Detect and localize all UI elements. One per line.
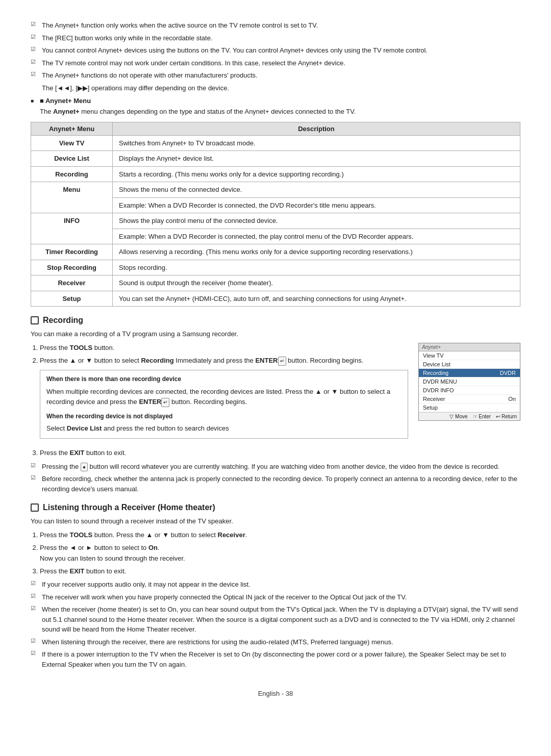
listening-note-icon: ☑ xyxy=(31,580,39,587)
osd-move: ▽ Move xyxy=(449,414,467,419)
osd-item-label: Recording xyxy=(423,370,448,376)
recording-section: Recording You can make a recording of a … xyxy=(31,316,520,494)
table-row: Timer RecordingAllows reserving a record… xyxy=(31,244,520,260)
listening-note-text: If there is a power interruption to the … xyxy=(42,649,520,669)
osd-row-item: ReceiverOn xyxy=(419,395,520,404)
listening-note-text: When the receiver (home theater) is set … xyxy=(42,604,520,635)
table-row: MenuShows the menu of the connected devi… xyxy=(31,182,520,198)
menu-cell: Receiver xyxy=(31,275,113,291)
recording-note-2: ☑ Before recording, check whether the an… xyxy=(31,474,520,494)
note-text-1: The Anynet+ function only works when the… xyxy=(42,20,520,31)
anynet-intro: The Anynet+ menu changes depending on th… xyxy=(40,107,520,117)
osd-footer: ▽ Move ☞ Enter ↩ Return xyxy=(419,412,520,420)
note-icon-4: ☑ xyxy=(31,59,39,65)
osd-row-item: View TV xyxy=(419,351,520,360)
recording-note-text-1: Pressing the ● button will record whatev… xyxy=(42,462,520,472)
osd-brand: Anynet+ xyxy=(419,343,520,351)
recording-subsection-1: When there is more than one recording de… xyxy=(40,370,408,439)
menu-cell: Device List xyxy=(31,151,113,167)
menu-cell: Stop Recording xyxy=(31,260,113,275)
listening-note-text: The receiver will work when you have pro… xyxy=(42,592,520,602)
menu-cell: INFO xyxy=(31,213,113,244)
recording-steps: Press the TOOLS button. Press the ▲ or ▼… xyxy=(40,343,408,439)
subsection-2-body: Select Device List and press the red but… xyxy=(46,423,402,434)
listening-note-icon: ☑ xyxy=(31,593,39,599)
recording-heading: Recording xyxy=(31,316,520,325)
listening-note-5: ☑If there is a power interruption to the… xyxy=(31,649,520,669)
note-text-2: The [REC] button works only while in the… xyxy=(42,33,520,43)
osd-row-item: Device List xyxy=(419,360,520,369)
anynet-section-header: ■ ■ Anynet+ Menu xyxy=(31,97,520,105)
note-text-3: You cannot control Anynet+ devices using… xyxy=(42,45,520,56)
recording-note-icon-2: ☑ xyxy=(31,474,39,481)
listening-note-4: ☑When listening through the receiver, th… xyxy=(31,637,520,647)
checkbox-recording-icon xyxy=(31,316,39,324)
listening-note-icon: ☑ xyxy=(31,650,39,657)
osd-item-label: DVDR INFO xyxy=(423,387,454,393)
anynet-table: Anynet+ Menu Description View TVSwitches… xyxy=(31,122,520,307)
footer-label: English - 38 xyxy=(258,690,293,697)
recording-title: Recording xyxy=(43,316,83,325)
notes-section: ☑ The Anynet+ function only works when t… xyxy=(31,20,520,93)
listening-section: Listening through a Receiver (Home theat… xyxy=(31,503,520,669)
note-icon-3: ☑ xyxy=(31,46,39,53)
osd-item-value: DVDR xyxy=(500,370,516,376)
desc-cell: Shows the menu of the connected device. xyxy=(113,182,520,198)
listening-note-text: If your receiver supports audio only, it… xyxy=(42,579,520,590)
table-row: Device ListDisplays the Anynet+ device l… xyxy=(31,151,520,167)
listening-heading: Listening through a Receiver (Home theat… xyxy=(31,503,520,512)
osd-return: ↩ Return xyxy=(496,414,517,419)
recording-layout: Press the TOOLS button. Press the ▲ or ▼… xyxy=(31,343,520,443)
recording-note-icon-1: ☑ xyxy=(31,462,39,469)
note-5: ☑ The Anynet+ functions do not operate w… xyxy=(31,70,520,81)
note-4: ☑ The TV remote control may not work und… xyxy=(31,58,520,68)
checkbox-listening-icon xyxy=(31,503,39,512)
note-6: ☑ The [◄◄], [▶▶] operations may differ d… xyxy=(31,83,520,93)
anynet-section-label: ■ Anynet+ Menu xyxy=(40,97,91,105)
note-1: ☑ The Anynet+ function only works when t… xyxy=(31,20,520,31)
listening-note-2: ☑The receiver will work when you have pr… xyxy=(31,592,520,602)
note-3: ☑ You cannot control Anynet+ devices usi… xyxy=(31,45,520,56)
listening-step-3: Press the EXIT button to exit. xyxy=(40,566,520,577)
listening-note-icon: ☑ xyxy=(31,638,39,644)
note-text-6: The [◄◄], [▶▶] operations may differ dep… xyxy=(42,83,520,93)
note-icon-1: ☑ xyxy=(31,21,39,28)
anynet-menu-section: ■ ■ Anynet+ Menu The Anynet+ menu change… xyxy=(31,97,520,307)
recording-left: Press the TOOLS button. Press the ▲ or ▼… xyxy=(31,343,408,443)
osd-enter: ☞ Enter xyxy=(473,414,491,419)
desc-cell: Example: When a DVD Recorder is connecte… xyxy=(113,197,520,213)
table-row: ReceiverSound is output through the rece… xyxy=(31,275,520,291)
page-footer: English - 38 xyxy=(31,690,520,697)
note-text-5: The Anynet+ functions do not operate wit… xyxy=(42,70,520,81)
menu-cell: Setup xyxy=(31,291,113,307)
listening-note-text: When listening through the receiver, the… xyxy=(42,637,520,647)
menu-cell: Timer Recording xyxy=(31,244,113,260)
recording-step3-list: Press the EXIT button to exit. xyxy=(40,448,520,459)
osd-item-label: Setup xyxy=(423,405,438,411)
osd-item-label: View TV xyxy=(423,352,444,359)
menu-cell: Menu xyxy=(31,182,113,213)
osd-row-item: DVDR MENU xyxy=(419,377,520,386)
desc-cell: You can set the Anynet+ (HDMI-CEC), auto… xyxy=(113,291,520,307)
desc-cell: Sound is output through the receiver (ho… xyxy=(113,275,520,291)
note-icon-5: ☑ xyxy=(31,71,39,78)
recording-intro: You can make a recording of a TV program… xyxy=(31,329,520,340)
subsection-1-title: When there is more than one recording de… xyxy=(46,374,402,384)
desc-cell: Allows reserving a recording. (This menu… xyxy=(113,244,520,260)
table-row: View TVSwitches from Anynet+ to TV broad… xyxy=(31,135,520,151)
recording-step-2: Press the ▲ or ▼ button to select Record… xyxy=(40,356,408,439)
desc-cell: Shows the play control menu of the conne… xyxy=(113,213,520,229)
osd-item-value: On xyxy=(508,396,516,402)
listening-title: Listening through a Receiver (Home theat… xyxy=(43,503,215,512)
table-header-desc: Description xyxy=(113,122,520,135)
osd-items: View TVDevice ListRecordingDVDRDVDR MENU… xyxy=(419,351,520,412)
table-row: Stop RecordingStops recording. xyxy=(31,260,520,275)
recording-step-1: Press the TOOLS button. xyxy=(40,343,408,354)
recording-note-text-2: Before recording, check whether the ante… xyxy=(42,474,520,494)
menu-cell: View TV xyxy=(31,135,113,151)
menu-cell: Recording xyxy=(31,166,113,182)
desc-cell: Displays the Anynet+ device list. xyxy=(113,151,520,167)
desc-cell: Switches from Anynet+ to TV broadcast mo… xyxy=(113,135,520,151)
osd-row-item: Setup xyxy=(419,404,520,412)
listening-step-1: Press the TOOLS button. Press the ▲ or ▼… xyxy=(40,530,520,541)
